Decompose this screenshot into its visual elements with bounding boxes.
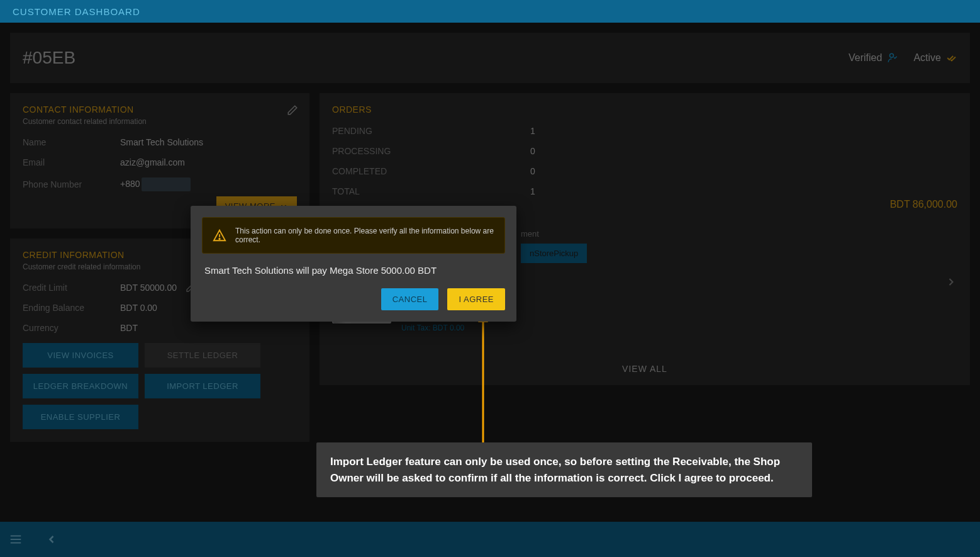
agree-button[interactable]: I AGREE: [447, 288, 505, 310]
pending-label: PENDING: [332, 126, 530, 136]
confirm-modal: This action can only be done once. Pleas…: [191, 206, 516, 322]
completed-stat: COMPLETED 0: [332, 166, 957, 176]
svg-point-0: [890, 53, 894, 57]
verified-status: Verified: [849, 52, 898, 64]
warning-box: This action can only be done once. Pleas…: [202, 217, 505, 254]
product-tax: Unit Tax: BDT 0.00: [401, 324, 478, 332]
active-status: Active: [913, 52, 957, 64]
name-label: Name: [23, 137, 120, 147]
enable-supplier-button[interactable]: ENABLE SUPPLIER: [23, 405, 138, 429]
order-chevron[interactable]: [945, 276, 957, 291]
verified-label: Verified: [849, 52, 882, 64]
completed-label: COMPLETED: [332, 166, 530, 176]
top-bar: CUSTOMER DASHBOARD: [0, 0, 980, 23]
email-label: Email: [23, 157, 120, 167]
user-check-icon: [887, 52, 898, 64]
contact-phone-row: Phone Number +880: [23, 177, 297, 191]
total-stat: TOTAL 1: [332, 186, 957, 196]
credit-buttons: VIEW INVOICES SETTLE LEDGER LEDGER BREAK…: [23, 343, 297, 429]
processing-label: PROCESSING: [332, 146, 530, 156]
processing-value: 0: [530, 146, 535, 156]
contact-subtitle: Customer contact related information: [23, 117, 297, 126]
phone-masked: [142, 177, 191, 191]
page-title: CUSTOMER DASHBOARD: [13, 6, 140, 17]
hamburger-icon[interactable]: [9, 532, 23, 546]
currency-row: Currency BDT: [23, 323, 297, 333]
completed-value: 0: [530, 166, 535, 176]
chevron-right-icon: [945, 276, 957, 288]
view-all-button[interactable]: VIEW ALL: [332, 364, 957, 374]
cancel-button[interactable]: CANCEL: [381, 288, 439, 310]
contact-title: CONTACT INFORMATION: [23, 104, 297, 115]
balance-value: BDT 0.00: [120, 303, 157, 313]
bottom-bar: [0, 522, 980, 557]
contact-name-row: Name Smart Tech Solutions: [23, 137, 297, 147]
double-check-icon: [946, 52, 957, 64]
customer-id: #05EB: [23, 48, 75, 68]
name-value: Smart Tech Solutions: [120, 137, 203, 147]
warning-text: This action can only be done once. Pleas…: [235, 227, 494, 244]
header-row: #05EB Verified Active: [10, 33, 970, 83]
phone-value: +880: [120, 177, 191, 191]
currency-value: BDT: [120, 323, 138, 333]
currency-label: Currency: [23, 323, 120, 333]
pending-value: 1: [530, 126, 535, 136]
settle-ledger-button: SETTLE LEDGER: [145, 343, 260, 368]
balance-label: Ending Balance: [23, 303, 120, 313]
edit-contact-button[interactable]: [287, 104, 298, 118]
annotation-arrow: [474, 313, 493, 446]
fulfillment-label-partial: ment: [521, 229, 957, 239]
warning-triangle-icon: [213, 228, 226, 242]
phone-label: Phone Number: [23, 179, 120, 189]
total-label: TOTAL: [332, 186, 530, 196]
import-ledger-button[interactable]: IMPORT LEDGER: [145, 374, 260, 398]
credit-limit-value: BDT 50000.00: [120, 283, 177, 293]
active-label: Active: [913, 52, 941, 64]
status-group: Verified Active: [849, 52, 957, 64]
svg-point-2: [219, 239, 220, 239]
contact-email-row: Email aziz@gmail.com: [23, 157, 297, 167]
pending-stat: PENDING 1: [332, 126, 957, 136]
orders-title: ORDERS: [332, 104, 957, 115]
modal-buttons: CANCEL I AGREE: [202, 288, 505, 310]
modal-message: Smart Tech Solutions will pay Mega Store…: [204, 265, 503, 276]
view-invoices-button[interactable]: VIEW INVOICES: [23, 343, 138, 368]
annotation-caption: Import Ledger feature can only be used o…: [316, 442, 812, 497]
phone-prefix: +880: [120, 179, 140, 189]
chevron-left-icon[interactable]: [45, 533, 58, 546]
email-value: aziz@gmail.com: [120, 157, 185, 167]
credit-limit-label: Credit Limit: [23, 283, 120, 293]
order-total-amount: BDT 86,000.00: [890, 199, 957, 210]
pickup-badge[interactable]: nStorePickup: [521, 244, 587, 263]
total-value: 1: [530, 186, 535, 196]
processing-stat: PROCESSING 0: [332, 146, 957, 156]
pencil-icon: [287, 104, 298, 116]
ledger-breakdown-button[interactable]: LEDGER BREAKDOWN: [23, 374, 138, 398]
